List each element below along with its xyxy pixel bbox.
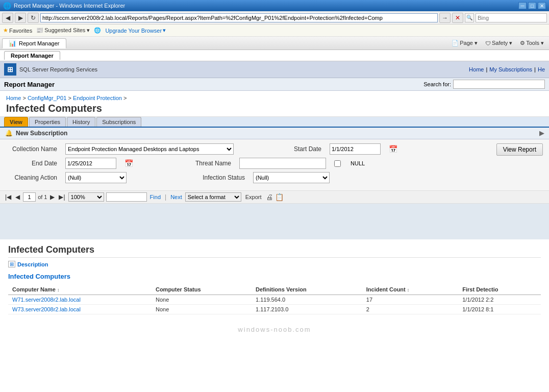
null-checkbox[interactable] (334, 160, 341, 167)
url-input[interactable] (40, 13, 438, 22)
ssrs-search-row: Search for: (423, 80, 545, 89)
end-date-calendar-icon[interactable]: 📅 (124, 159, 133, 167)
end-date-input[interactable] (65, 158, 116, 169)
next-button[interactable]: Next (169, 194, 183, 200)
tab-bar: 📊 Report Manager (2, 38, 66, 48)
table-header-row: Computer Name ↕ Computer Status Definiti… (8, 284, 541, 295)
infection-status-label: Infection Status (194, 174, 245, 181)
description-label: Description (17, 261, 48, 267)
page-menu[interactable]: 📄 Page ▾ (448, 39, 481, 47)
upgrade-label: Upgrade Your Browser (105, 28, 162, 34)
maximize-button[interactable]: □ (528, 2, 536, 9)
toolbar-right: 📄 Page ▾ 🛡 Safety ▾ ⚙ Tools ▾ (448, 39, 547, 47)
report-manager-tab-label: Report Manager (11, 53, 54, 59)
print-icon[interactable]: 🖨 (266, 193, 273, 201)
ssrs-service-title: SQL Server Reporting Services (19, 66, 97, 72)
my-subscriptions-link[interactable]: My Subscriptions (489, 66, 532, 72)
back-button[interactable]: ◀ (2, 13, 13, 23)
start-date-label: Start Date (270, 145, 321, 153)
page-icon: 📄 (452, 40, 459, 46)
suggested-sites[interactable]: 📰 Suggested Sites ▾ (36, 27, 90, 34)
close-button[interactable]: ✕ (538, 2, 546, 9)
search-icon: 🔍 (465, 13, 474, 22)
ssrs-search-input[interactable] (453, 80, 545, 89)
params-row-2: End Date 📅 Threat Name NULL (6, 158, 491, 169)
export-button[interactable]: Export (243, 194, 264, 200)
subscription-banner[interactable]: 🔔 New Subscription ▶ (0, 128, 549, 139)
bing-search-input[interactable] (476, 13, 547, 22)
collection-name-select[interactable]: Endpoint Protection Managed Desktops and… (65, 143, 234, 155)
null-label: NULL (351, 160, 365, 166)
browser-tab-report-manager[interactable]: 📊 Report Manager (2, 38, 66, 48)
report-content-area (0, 204, 549, 239)
report-main-title: Infected Computers (6, 103, 543, 114)
find-input[interactable] (106, 192, 147, 202)
report-manager-tab[interactable]: Report Manager (4, 51, 60, 60)
zoom-select[interactable]: 100% (68, 192, 104, 202)
start-date-calendar-icon[interactable]: 📅 (389, 145, 397, 153)
subscription-label: New Subscription (16, 130, 67, 137)
search-for-label: Search for: (423, 81, 451, 87)
format-select[interactable]: Select a format XML CSV PDF Excel TIFF W… (185, 192, 241, 202)
rss-icon: 📰 (36, 27, 43, 34)
page-number-input[interactable] (23, 192, 36, 202)
tab-view[interactable]: View (4, 117, 28, 127)
sort-computer-name-icon[interactable]: ↕ (57, 287, 60, 292)
tab-history[interactable]: History (67, 117, 95, 127)
tab-properties[interactable]: Properties (29, 117, 66, 127)
title-bar-left: 🌐 Report Manager - Windows Internet Expl… (3, 2, 125, 10)
refresh-button[interactable]: ↻ (28, 13, 39, 23)
tools-icon: ⚙ (520, 40, 525, 46)
computer-name-link-1[interactable]: W71.server2008r2.lab.local (12, 297, 81, 303)
upgrade-browser-link[interactable]: Upgrade Your Browser ▾ (105, 27, 166, 34)
tab-subscriptions-label: Subscriptions (102, 119, 136, 125)
cell-detection-1: 1/1/2012 2:2 (458, 295, 541, 305)
cell-detection-2: 1/1/2012 8:1 (458, 305, 541, 314)
home-link[interactable]: Home (469, 66, 484, 72)
infection-status-select[interactable]: (Null) (253, 172, 330, 183)
layout-icon[interactable]: 📋 (275, 193, 284, 201)
help-link[interactable]: He (538, 66, 545, 72)
forward-button[interactable]: ▶ (15, 13, 26, 23)
next-page-button[interactable]: ▶ (49, 193, 56, 201)
tab-favicon: 📊 (9, 40, 16, 47)
description-bar[interactable]: ⊞ Description (8, 261, 541, 267)
page-menu-label: Page ▾ (460, 40, 478, 46)
cell-computer-name-2: W73.server2008r2.lab.local (8, 305, 152, 314)
go-button[interactable]: → (439, 13, 451, 23)
cleaning-action-select[interactable]: (Null) (65, 172, 127, 183)
report-manager-tab-bar: Report Manager (0, 50, 549, 61)
first-page-button[interactable]: |◀ (4, 193, 12, 201)
view-report-button[interactable]: View Report (496, 143, 543, 156)
computer-name-link-2[interactable]: W73.server2008r2.lab.local (12, 306, 81, 312)
start-date-input[interactable] (330, 143, 381, 155)
threat-name-input[interactable] (239, 158, 326, 169)
tab-view-label: View (10, 119, 22, 125)
prev-page-button[interactable]: ◀ (14, 193, 21, 201)
col-definitions-version: Definitions Version (252, 284, 362, 295)
data-table: Computer Name ↕ Computer Status Definiti… (8, 284, 541, 314)
threat-name-label: Threat Name (180, 160, 231, 167)
safety-menu[interactable]: 🛡 Safety ▾ (482, 39, 515, 47)
find-button[interactable]: Find (149, 194, 162, 200)
breadcrumb-endpoint-link[interactable]: Endpoint Protection (73, 95, 122, 101)
address-bar: ◀ ▶ ↻ → ✕ 🔍 (0, 11, 549, 24)
last-page-button[interactable]: ▶| (58, 193, 66, 201)
stop-button[interactable]: ✕ (452, 13, 463, 23)
sep-1: | (165, 193, 166, 201)
favorites-button[interactable]: ★ Favorites (3, 27, 32, 34)
title-bar: 🌐 Report Manager - Windows Internet Expl… (0, 0, 549, 11)
toolbar-row: |◀ ◀ of 1 ▶ ▶| 100% Find | Next Select a… (0, 191, 549, 204)
tab-subscriptions[interactable]: Subscriptions (96, 117, 141, 127)
report-manager-bar: Report Manager Search for: (0, 78, 549, 91)
minimize-button[interactable]: ─ (518, 2, 527, 9)
params-row-3: Cleaning Action (Null) Infection Status … (6, 172, 491, 183)
footer-label: windows-noob.com (238, 326, 311, 333)
breadcrumb-home-link[interactable]: Home (6, 95, 21, 101)
tab-properties-label: Properties (35, 119, 60, 125)
sort-incident-count-icon[interactable]: ↕ (407, 287, 410, 292)
title-bar-controls[interactable]: ─ □ ✕ (518, 2, 546, 9)
browser-toolbar: 📊 Report Manager 📄 Page ▾ 🛡 Safety ▾ ⚙ T… (0, 37, 549, 50)
breadcrumb-configmgr-link[interactable]: ConfigMgr_P01 (28, 95, 66, 101)
tools-menu[interactable]: ⚙ Tools ▾ (517, 39, 547, 47)
